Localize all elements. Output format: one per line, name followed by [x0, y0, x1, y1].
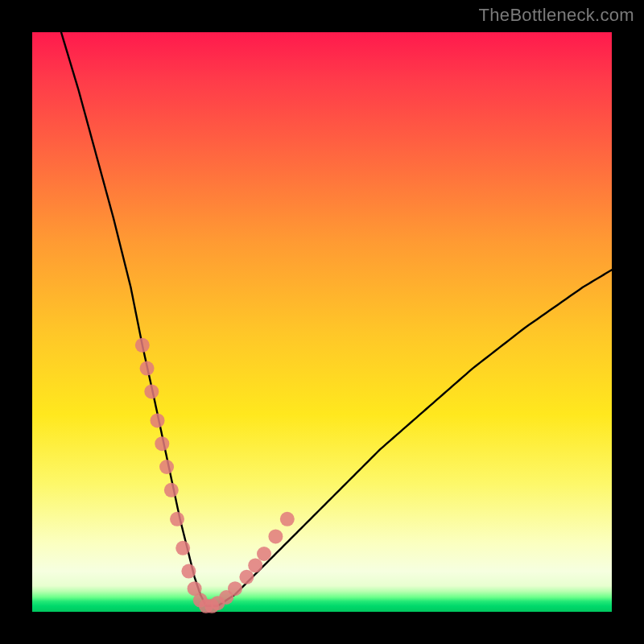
- watermark-text: TheBottleneck.com: [479, 5, 634, 26]
- highlight-dot: [228, 581, 242, 596]
- highlight-dots-group: [135, 338, 295, 613]
- highlight-dot: [164, 483, 179, 497]
- highlight-dot: [144, 384, 159, 398]
- highlight-dot: [181, 564, 196, 579]
- chart-frame: TheBottleneck.com: [0, 0, 644, 644]
- highlight-dot: [239, 570, 254, 584]
- highlight-dot: [248, 558, 262, 572]
- curve-svg: [32, 32, 612, 612]
- highlight-dot: [268, 529, 283, 543]
- highlight-dot: [140, 361, 155, 376]
- bottleneck-curve: [61, 32, 612, 606]
- highlight-dot: [135, 338, 150, 353]
- highlight-dot: [159, 460, 174, 474]
- highlight-dot: [151, 413, 165, 427]
- highlight-dot: [155, 436, 169, 451]
- highlight-dot: [257, 547, 271, 561]
- highlight-dot: [175, 541, 190, 555]
- highlight-dot: [170, 512, 184, 526]
- plot-area: [32, 32, 612, 612]
- highlight-dot: [280, 512, 295, 526]
